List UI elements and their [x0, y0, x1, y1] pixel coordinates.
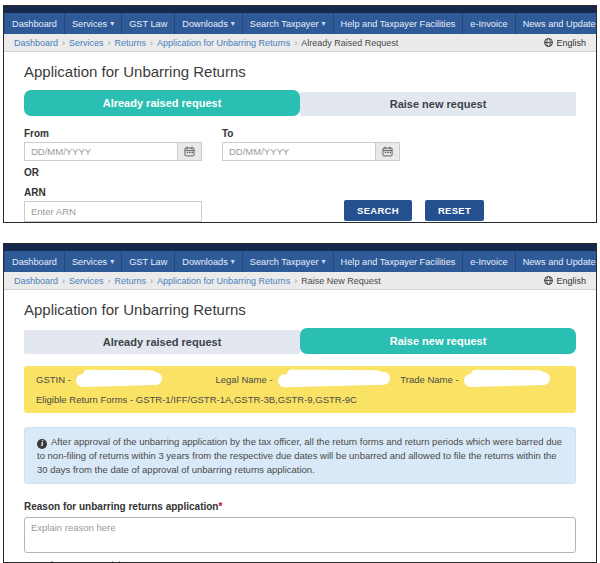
tab-bar: Already raised request Raise new request [24, 90, 576, 116]
from-label: From [24, 128, 202, 139]
to-date-input[interactable] [222, 142, 376, 161]
main-nav: Dashboard Services▾ GST Law Downloads▾ S… [4, 13, 596, 34]
nav-item-e-invoice[interactable]: e-Invoice [463, 13, 515, 34]
nav-item-label: Help and Taxpayer Facilities [341, 19, 456, 29]
arn-field: ARN [24, 187, 202, 222]
to-date-field: To [222, 128, 400, 161]
reason-label: Reason for unbarring returns application… [24, 501, 222, 512]
nav-item-search-taxpayer[interactable]: Search Taxpayer▾ [243, 251, 334, 272]
nav-item-dashboard[interactable]: Dashboard [4, 13, 65, 34]
breadcrumb-link-returns[interactable]: Returns [115, 38, 147, 48]
info-icon: i [37, 439, 47, 449]
nav-item-gst-law[interactable]: GST Law [122, 251, 175, 272]
nav-item-downloads[interactable]: Downloads▾ [175, 251, 242, 272]
calendar-icon [184, 146, 195, 157]
breadcrumb-current: Already Raised Request [301, 38, 398, 48]
breadcrumb-separator: › [62, 38, 65, 48]
breadcrumb-separator: › [150, 276, 153, 286]
info-note-text: After approval of the unbarring applicat… [37, 436, 562, 475]
gstin-label: GSTIN - [36, 374, 71, 385]
tab-raise-new-request[interactable]: Raise new request [300, 328, 576, 354]
required-asterisk: * [218, 501, 222, 512]
arn-section: ARN SEARCH RESET [24, 187, 576, 222]
breadcrumb-link-returns[interactable]: Returns [115, 276, 147, 286]
breadcrumb-link-unbarring[interactable]: Application for Unbarring Returns [157, 276, 290, 286]
breadcrumb-separator: › [108, 38, 111, 48]
calendar-icon [382, 146, 393, 157]
breadcrumb: Dashboard › Services › Returns › Applica… [4, 34, 596, 52]
reason-section: Reason for unbarring returns application… [24, 496, 576, 563]
language-selector[interactable]: English [544, 38, 586, 48]
nav-item-help-facilities[interactable]: Help and Taxpayer Facilities [334, 13, 464, 34]
or-label: OR [24, 167, 576, 178]
to-calendar-button[interactable] [376, 142, 400, 161]
nav-item-e-invoice[interactable]: e-Invoice [463, 251, 515, 272]
nav-item-label: Services [72, 257, 107, 267]
chevron-down-icon: ▾ [110, 258, 114, 266]
info-note: iAfter approval of the unbarring applica… [24, 427, 576, 484]
trade-name-label: Trade Name - [400, 374, 458, 385]
nav-item-label: Dashboard [12, 19, 57, 29]
breadcrumb-link-services[interactable]: Services [69, 38, 104, 48]
nav-item-gst-law[interactable]: GST Law [122, 13, 175, 34]
nav-item-news-updates[interactable]: News and Updates [516, 251, 596, 272]
tab-already-raised-request[interactable]: Already raised request [24, 90, 300, 116]
globe-icon [544, 276, 553, 285]
tab-bar: Already raised request Raise new request [24, 328, 576, 354]
nav-item-label: e-Invoice [470, 257, 507, 267]
redacted-gstin-value [76, 372, 162, 387]
reset-button[interactable]: RESET [425, 200, 484, 221]
nav-item-news-updates[interactable]: News and Updates [516, 13, 596, 34]
nav-item-downloads[interactable]: Downloads▾ [175, 13, 242, 34]
redacted-trade-name-value [463, 372, 549, 387]
breadcrumb: Dashboard › Services › Returns › Applica… [4, 272, 596, 290]
chevron-down-icon: ▾ [322, 20, 326, 28]
taxpayer-details-box: GSTIN - Legal Name - Trade Name - Eligib… [24, 366, 576, 413]
nav-item-services[interactable]: Services▾ [65, 251, 122, 272]
search-button[interactable]: SEARCH [344, 200, 412, 221]
nav-item-label: Dashboard [12, 257, 57, 267]
nav-item-services[interactable]: Services▾ [65, 13, 122, 34]
breadcrumb-link-dashboard[interactable]: Dashboard [14, 38, 58, 48]
nav-item-label: Help and Taxpayer Facilities [341, 257, 456, 267]
chevron-down-icon: ▾ [110, 20, 114, 28]
main-nav: Dashboard Services▾ GST Law Downloads▾ S… [4, 251, 596, 272]
language-selector[interactable]: English [544, 276, 586, 286]
to-label: To [222, 128, 400, 139]
nav-item-label: Downloads [182, 19, 227, 29]
tab-already-raised-request[interactable]: Already raised request [24, 330, 300, 354]
nav-item-dashboard[interactable]: Dashboard [4, 251, 65, 272]
nav-item-label: News and Updates [523, 19, 596, 29]
chevron-down-icon: ▾ [231, 20, 235, 28]
page-content: Application for Unbarring Returns Alread… [4, 290, 596, 563]
breadcrumb-separator: › [294, 38, 297, 48]
nav-item-label: Search Taxpayer [250, 257, 319, 267]
arn-input[interactable] [24, 201, 202, 222]
nav-item-label: GST Law [129, 19, 167, 29]
top-strip [4, 244, 596, 251]
breadcrumb-link-unbarring[interactable]: Application for Unbarring Returns [157, 38, 290, 48]
nav-item-label: News and Updates [523, 257, 596, 267]
breadcrumb-separator: › [62, 276, 65, 286]
nav-item-search-taxpayer[interactable]: Search Taxpayer▾ [243, 13, 334, 34]
reason-textarea[interactable] [24, 517, 576, 553]
panel-already-raised-request: Dashboard Services▾ GST Law Downloads▾ S… [3, 5, 597, 223]
arn-label: ARN [24, 187, 202, 198]
form-actions: SEARCH RESET [344, 200, 484, 221]
language-label: English [556, 276, 586, 286]
nav-item-help-facilities[interactable]: Help and Taxpayer Facilities [334, 251, 464, 272]
date-range-row: From To [24, 128, 576, 161]
from-calendar-button[interactable] [178, 142, 202, 161]
breadcrumb-current: Raise New Request [301, 276, 381, 286]
breadcrumb-link-dashboard[interactable]: Dashboard [14, 276, 58, 286]
from-date-field: From [24, 128, 202, 161]
redacted-legal-name-value [277, 372, 389, 388]
breadcrumb-separator: › [108, 276, 111, 286]
from-date-input[interactable] [24, 142, 178, 161]
panel-raise-new-request: Dashboard Services▾ GST Law Downloads▾ S… [3, 243, 597, 563]
breadcrumb-link-services[interactable]: Services [69, 276, 104, 286]
globe-icon [544, 38, 553, 47]
breadcrumb-separator: › [150, 38, 153, 48]
nav-item-label: GST Law [129, 257, 167, 267]
tab-raise-new-request[interactable]: Raise new request [300, 92, 576, 116]
